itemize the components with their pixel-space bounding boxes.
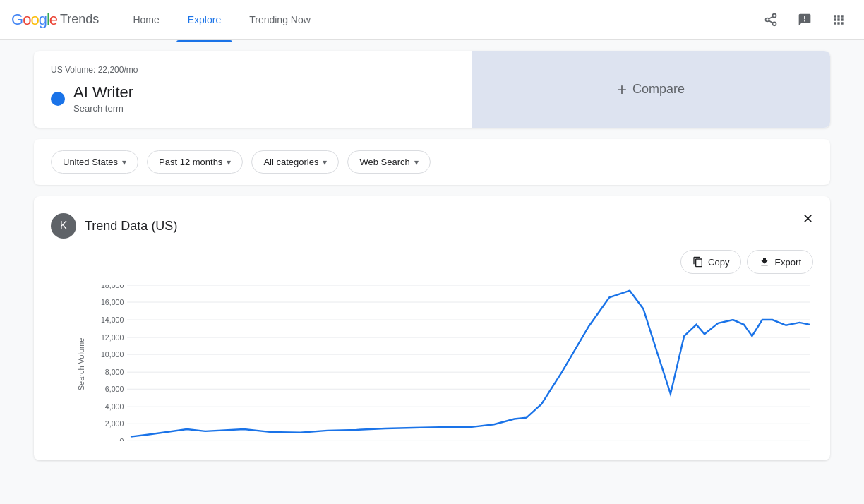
y-axis-label: Search Volume (77, 338, 85, 391)
copy-button[interactable]: Copy (680, 250, 741, 274)
filters-bar: United States ▾ Past 12 months ▾ All cat… (34, 139, 830, 185)
export-button[interactable]: Export (747, 250, 813, 274)
svg-text:12,000: 12,000 (101, 333, 124, 342)
export-label: Export (774, 257, 801, 268)
svg-text:16,000: 16,000 (101, 298, 124, 306)
location-chevron-icon: ▾ (122, 157, 126, 167)
category-filter[interactable]: All categories ▾ (251, 150, 339, 174)
svg-line-4 (769, 16, 773, 18)
timeframe-filter-label: Past 12 months (159, 157, 222, 167)
timeframe-filter[interactable]: Past 12 months ▾ (147, 150, 243, 174)
term-type: Search term (73, 103, 133, 114)
search-term-card: US Volume: 22,200/mo AI Writer Search te… (34, 51, 472, 128)
chart-title: Trend Data (US) (85, 219, 177, 234)
svg-text:4,000: 4,000 (105, 402, 124, 411)
copy-icon (692, 256, 704, 268)
chart-card: ✕ K Trend Data (US) Copy Export S (34, 196, 830, 460)
svg-text:8,000: 8,000 (105, 368, 124, 376)
svg-text:14,000: 14,000 (101, 316, 124, 324)
term-name: AI Writer (73, 83, 133, 102)
compare-label: Compare (632, 82, 685, 97)
svg-point-0 (773, 13, 776, 17)
volume-label: US Volume: 22,200/mo (51, 65, 455, 75)
app-header: Google Trends Home Explore Trending Now (0, 0, 864, 40)
share-button[interactable] (757, 6, 785, 34)
feedback-button[interactable] (791, 6, 819, 34)
main-nav: Home Explore Trending Now (121, 8, 757, 31)
header-actions (757, 6, 853, 34)
svg-point-2 (773, 22, 776, 25)
grid-menu-icon (832, 13, 846, 27)
share-icon (764, 13, 778, 27)
trend-chart: 18,000 16,000 14,000 12,000 10,000 8,000… (93, 285, 813, 441)
main-content: US Volume: 22,200/mo AI Writer Search te… (0, 40, 864, 472)
copy-label: Copy (708, 257, 729, 268)
location-filter-label: United States (63, 157, 118, 167)
nav-home[interactable]: Home (121, 8, 170, 31)
category-filter-label: All categories (263, 157, 318, 167)
svg-line-3 (769, 20, 773, 23)
feedback-icon (798, 13, 812, 27)
term-color-dot (51, 92, 65, 106)
term-details: AI Writer Search term (73, 83, 133, 114)
nav-explore[interactable]: Explore (176, 8, 232, 31)
chart-actions: Copy Export (51, 250, 813, 274)
nav-trending-now[interactable]: Trending Now (238, 8, 322, 31)
trends-label: Trends (60, 12, 99, 27)
svg-text:0: 0 (119, 437, 124, 441)
search-term-info: AI Writer Search term (51, 83, 455, 114)
search-cards-container: US Volume: 22,200/mo AI Writer Search te… (34, 51, 830, 128)
svg-text:6,000: 6,000 (105, 385, 124, 393)
logo-container: Google Trends (11, 11, 99, 29)
svg-text:2,000: 2,000 (105, 419, 124, 428)
search-type-filter-label: Web Search (359, 157, 409, 167)
location-filter[interactable]: United States ▾ (51, 150, 138, 174)
chart-area: Search Volume (51, 285, 813, 443)
timeframe-chevron-icon: ▾ (227, 157, 231, 167)
category-chevron-icon: ▾ (323, 157, 327, 167)
chart-header: K Trend Data (US) (51, 213, 813, 239)
google-logo: Google (11, 11, 57, 29)
svg-point-1 (766, 18, 769, 21)
search-type-filter[interactable]: Web Search ▾ (347, 150, 430, 174)
compare-card[interactable]: + Compare (472, 51, 830, 128)
compare-plus-icon: + (617, 80, 627, 100)
chart-close-button[interactable]: ✕ (796, 208, 819, 230)
menu-button[interactable] (824, 6, 853, 34)
export-icon (759, 256, 770, 268)
svg-text:18,000: 18,000 (101, 285, 124, 289)
close-icon: ✕ (803, 211, 813, 227)
svg-text:10,000: 10,000 (101, 350, 124, 359)
search-type-chevron-icon: ▾ (414, 157, 419, 167)
chart-avatar: K (51, 213, 76, 239)
